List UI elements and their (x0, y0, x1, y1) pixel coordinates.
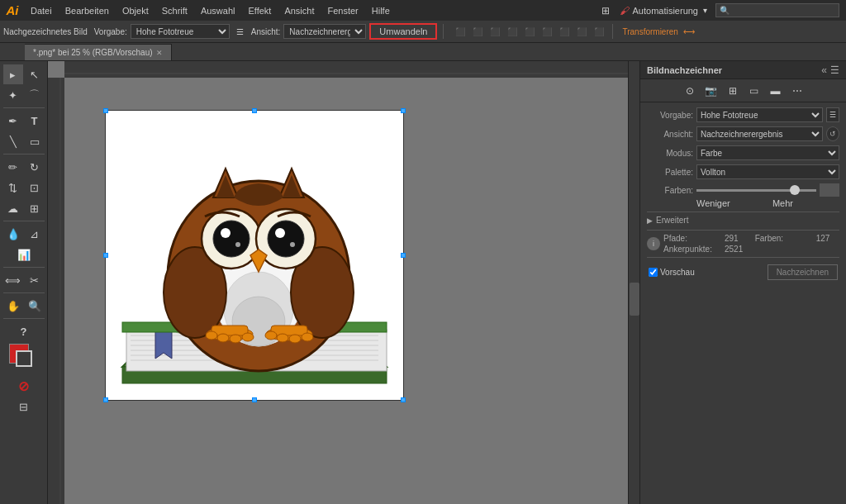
measure-tool[interactable]: ⊿ (25, 224, 45, 244)
zoom-tool[interactable]: 🔍 (25, 296, 45, 316)
panel-ansicht-select[interactable]: Nachzeichnerergebnis (696, 126, 823, 141)
stroke-color-swatch[interactable] (16, 350, 32, 367)
panel-icon-filled[interactable]: ▬ (767, 82, 785, 100)
panel-farben-slider[interactable] (696, 189, 816, 192)
menu-auswahl[interactable]: Auswahl (195, 3, 241, 18)
menu-icon[interactable]: ☰ (233, 24, 248, 39)
panel-icon-sample[interactable]: ⊙ (681, 82, 699, 100)
distribute4-icon[interactable]: ⬛ (557, 24, 572, 39)
scissors-tool[interactable]: ✂ (25, 270, 45, 290)
selection-handle-bl[interactable] (103, 397, 108, 402)
menu-effekt[interactable]: Effekt (242, 3, 277, 18)
align-right-icon[interactable]: ⬛ (487, 24, 502, 39)
panel-collapse-btn[interactable]: « (821, 64, 827, 76)
nachzeichnen-button[interactable]: Nachzeichnen (768, 264, 838, 280)
chart-tool[interactable]: 📊 (14, 245, 34, 264)
hand-tool[interactable]: ✋ (3, 296, 23, 316)
blend-tool[interactable]: ⟺ (3, 270, 23, 290)
scrollbar-thumb[interactable] (630, 283, 639, 316)
selection-handle-bm[interactable] (252, 397, 257, 402)
ansicht-label: Ansicht: (251, 27, 281, 36)
menu-fenster[interactable]: Fenster (321, 3, 364, 18)
pen-tool[interactable]: ✒ (3, 111, 23, 131)
vorgabe-select[interactable]: Hohe Fototreue (131, 24, 230, 39)
selection-handle-tm[interactable] (252, 108, 257, 113)
owl-artwork (106, 111, 403, 400)
shape-tool[interactable]: ▭ (25, 131, 45, 151)
panel-farben-value[interactable]: 85 (820, 183, 839, 197)
help-tool[interactable]: ? (14, 321, 34, 341)
vorschau-checkbox[interactable] (649, 268, 658, 277)
eyedropper-tool[interactable]: 💧 (3, 224, 23, 244)
scrollbar-right[interactable] (628, 61, 639, 504)
reflect-tool[interactable]: ⇅ (3, 178, 23, 197)
change-screen-btn[interactable]: ⊟ (14, 397, 34, 416)
align-left-icon[interactable]: ⬛ (453, 24, 468, 39)
umwandeln-button[interactable]: Umwandeln (369, 23, 437, 40)
selection-handle-ml[interactable] (103, 253, 108, 258)
panel-vorgabe-select[interactable]: Hohe Fototreue (696, 107, 823, 122)
menu-schrift[interactable]: Schrift (156, 3, 193, 18)
panel-icon-grid[interactable]: ⊞ (724, 82, 742, 100)
warp-tool[interactable]: ☁ (3, 198, 23, 218)
distribute3-icon[interactable]: ⬛ (539, 24, 554, 39)
menu-objekt[interactable]: Objekt (116, 3, 154, 18)
svg-point-30 (221, 228, 231, 238)
artboard (106, 111, 403, 400)
panel-icon-photo[interactable]: 📷 (702, 82, 720, 100)
align-center-icon[interactable]: ⬛ (470, 24, 485, 39)
menu-datei[interactable]: Datei (25, 3, 58, 18)
direct-select-tool[interactable]: ↖ (25, 64, 45, 84)
ansicht-select[interactable]: Nachzeichnerergebnis (283, 24, 366, 39)
none-color-btn[interactable]: ⊘ (14, 376, 34, 396)
type-tool[interactable]: T (25, 111, 45, 131)
panel-palette-row: Palette: Vollton (647, 164, 839, 179)
toolbar-sep1 (3, 107, 45, 108)
distribute2-icon[interactable]: ⬛ (522, 24, 537, 39)
grid-icon[interactable]: ⊞ (597, 2, 614, 19)
transformieren-label[interactable]: Transformieren (622, 27, 677, 36)
toolbar-sep2 (3, 154, 45, 155)
selection-handle-tl[interactable] (103, 108, 108, 113)
rotate-tool[interactable]: ↻ (25, 157, 45, 177)
paint-icon[interactable]: 🖌 (616, 2, 633, 19)
panel-icon-outline[interactable]: ▭ (745, 82, 763, 100)
erweitert-arrow-icon: ▶ (647, 216, 653, 225)
magic-wand-tool[interactable]: ✦ (3, 85, 23, 105)
pfade-value: 291 (725, 234, 739, 243)
svg-point-28 (213, 221, 250, 257)
select-tool[interactable]: ▸ (3, 64, 23, 84)
distribute-icon[interactable]: ⬛ (505, 24, 520, 39)
svg-point-38 (217, 334, 229, 342)
tab-close-button[interactable]: ✕ (156, 49, 163, 57)
left-toolbar: ▸ ↖ ✦ ⌒ ✒ T ╲ ▭ ✏ ↻ ⇅ ⊡ ☁ ⊞ 💧 (0, 61, 48, 504)
panel-vorgabe-menu-btn[interactable]: ☰ (826, 107, 839, 122)
toolbar-sep4 (3, 267, 45, 268)
automation-arrow[interactable]: ▾ (703, 6, 707, 15)
tab-main[interactable]: *.png* bei 25 % (RGB/Vorschau) ✕ (25, 44, 172, 60)
menu-bearbeiten[interactable]: Bearbeiten (59, 3, 115, 18)
panel-sep3 (647, 257, 839, 258)
farben-count-label: Farben: (755, 234, 813, 243)
transform-icon[interactable]: ⟷ (682, 24, 696, 39)
panel-erweitert[interactable]: ▶ Erweitert (647, 216, 839, 225)
lasso-tool[interactable]: ⌒ (25, 85, 45, 105)
panel-palette-select[interactable]: Vollton (696, 164, 839, 179)
distribute6-icon[interactable]: ⬛ (592, 24, 606, 39)
panel-slider-labels: Weniger Mehr (647, 198, 839, 208)
menu-ansicht[interactable]: Ansicht (278, 3, 320, 18)
selection-handle-mr[interactable] (401, 253, 406, 258)
line-tool[interactable]: ╲ (3, 131, 23, 151)
selection-handle-br[interactable] (401, 397, 406, 402)
panel-icon-dots[interactable]: ⋯ (788, 82, 806, 100)
panel-modus-select[interactable]: Farbe (696, 145, 839, 160)
distribute5-icon[interactable]: ⬛ (574, 24, 589, 39)
selection-handle-tr[interactable] (401, 108, 406, 113)
search-input[interactable] (715, 3, 839, 17)
menu-hilfe[interactable]: Hilfe (366, 3, 396, 18)
brush-tool[interactable]: ✏ (3, 157, 23, 177)
free-transform-tool[interactable]: ⊞ (25, 198, 45, 218)
scale-tool[interactable]: ⊡ (25, 178, 45, 197)
panel-ansicht-refresh-btn[interactable]: ↺ (826, 126, 839, 141)
panel-menu-btn[interactable]: ☰ (830, 64, 839, 76)
